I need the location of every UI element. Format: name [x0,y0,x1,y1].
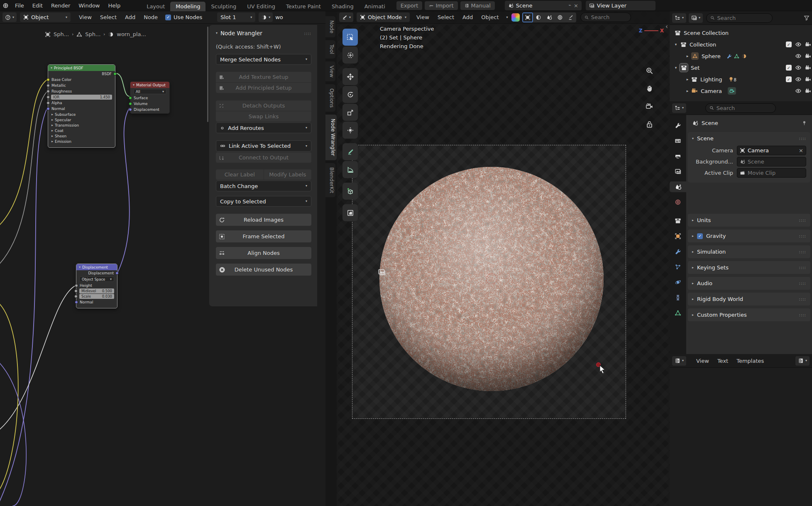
outliner-row-scene-collection[interactable]: Scene Collection [670,27,812,39]
menu-view[interactable]: View [692,358,713,364]
hide-eye-icon[interactable] [795,88,802,94]
menu-file[interactable]: File [11,2,28,9]
modify-labels-button[interactable]: Modify Labels [264,169,312,180]
menu-node[interactable]: Node [139,14,162,20]
ior-slider[interactable]: IOR1.450 [51,95,112,100]
tab-blenderkit[interactable]: BlenderKit [325,163,335,197]
socket-base-color[interactable] [46,78,50,81]
expand-icon[interactable]: ▾ [673,66,679,70]
import-button[interactable]: Import [425,1,457,10]
frame-selected-button[interactable]: Frame Selected [216,230,311,242]
menu-help[interactable]: Help [104,2,125,9]
manual-button[interactable]: Manual [460,1,495,10]
add-reroutes-dropdown[interactable]: Add Reroutes▾ [216,122,311,133]
connect-to-output-button[interactable]: Connect to Output [216,152,311,163]
tab-collection[interactable] [670,215,686,226]
menu-add[interactable]: Add [121,14,139,20]
delete-unused-nodes-button[interactable]: Delete Unused Nodes [216,264,311,276]
clear-label-button[interactable]: Clear Label [216,169,264,180]
swap-links-button[interactable]: Swap Links [216,111,311,122]
close-scene-icon[interactable]: × [574,2,578,9]
output-target-dropdown[interactable]: All▾ [133,89,166,94]
socket-surface[interactable] [129,96,132,100]
display-mode-dropdown[interactable]: ▾ [689,13,703,23]
camera-data-icon[interactable] [729,88,735,94]
tab-modifiers[interactable] [670,246,686,257]
section-gravity[interactable]: ▸✓Gravity:::: [688,230,810,242]
annotate-tool[interactable] [342,143,358,160]
gravity-checkbox[interactable]: ✓ [697,233,703,239]
tab-view[interactable]: View [325,61,335,81]
menu-select[interactable]: Select [96,14,121,20]
node-material-output[interactable]: ▾Material Output All▾ Surface Volume Dis… [130,81,170,114]
breadcrumb-material[interactable]: worn_pla... [117,31,146,37]
add-cube-tool[interactable] [342,183,358,200]
tab-data[interactable] [670,308,686,318]
move-tool[interactable] [342,68,358,85]
camera-view-icon[interactable] [643,100,655,112]
workspace-tab-animation[interactable]: Animati [359,2,391,11]
pin-icon[interactable] [802,120,807,126]
panel-scrollbar[interactable] [207,27,208,122]
camera-datablock-field[interactable]: Camera × [737,146,806,155]
tab-render[interactable] [670,135,686,146]
workspace-tab-sculpting[interactable]: Sculpting [205,2,242,11]
menu-add[interactable]: Add [458,14,477,20]
detach-outputs-button[interactable]: Detach Outputs [216,100,311,111]
object-origin-gizmo[interactable] [486,274,497,284]
material-preview-icon[interactable] [511,13,520,22]
outliner-row-set[interactable]: ▾ Set ✓ [670,62,812,73]
measure-tool[interactable] [342,161,358,178]
background-scene-field[interactable]: Scene [737,157,806,166]
tab-node-wrangler[interactable]: Node Wrangler [325,115,337,160]
editor-type-dropdown[interactable]: ▾ [672,13,686,23]
modifier-wrench-icon[interactable] [726,54,732,59]
viewport-search-input[interactable] [591,14,627,20]
solid-shading-icon[interactable] [533,12,544,22]
rotate-tool[interactable] [342,86,358,103]
material-name-field[interactable]: wo [275,14,283,20]
transform-orientation-chevron-icon[interactable]: ▾ [506,16,508,19]
properties-search[interactable] [705,103,776,113]
socket-scale[interactable] [74,295,78,298]
menu-view[interactable]: View [412,14,433,20]
copy-to-selected-dropdown[interactable]: Copy to Selected▾ [216,196,311,207]
exclude-checkbox[interactable]: ✓ [786,76,792,82]
tab-view-layer[interactable] [670,166,686,177]
disable-render-icon[interactable] [805,65,811,71]
panel-drag-handle-icon[interactable]: :::: [304,31,311,36]
tab-tool[interactable]: Tool [325,40,335,58]
axis-gizmo[interactable]: Z X [639,28,664,34]
section-custom-properties[interactable]: ▸Custom Properties:::: [688,308,810,321]
panel-collapse-icon[interactable]: ▾ [692,137,694,140]
disable-render-icon[interactable] [805,53,811,59]
tab-object[interactable] [670,231,686,242]
viewport-3d[interactable]: ▾ Object Mode▾ View Select Add Object ▾ … [337,11,670,506]
socket-metallic[interactable] [46,84,50,87]
socket-bsdf-output[interactable] [113,72,117,76]
cursor-tool[interactable] [342,46,358,64]
outliner-row-sphere[interactable]: ▸ Sphere [670,50,812,62]
outliner-search[interactable] [706,13,773,23]
use-nodes-checkbox[interactable]: ✓ [165,15,171,20]
tab-physics[interactable] [670,277,686,288]
zoom-icon[interactable] [643,64,655,77]
socket-midlevel[interactable] [74,289,78,293]
tab-tool[interactable] [670,120,686,131]
outliner-row-lighting[interactable]: ▸ Lighting 8 ✓ [670,73,812,85]
slot-dropdown[interactable]: Slot 1▾ [217,12,255,22]
image-empty-icon[interactable] [378,268,386,276]
tab-node[interactable]: Node [325,16,335,37]
displacement-space-dropdown[interactable]: Object Space▾ [79,276,114,282]
select-box-toggle-icon[interactable] [522,12,533,22]
merge-selected-nodes-dropdown[interactable]: Merge Selected Nodes▾ [216,54,311,65]
material-icon[interactable] [741,54,747,59]
socket-displacement-out[interactable] [115,271,119,275]
exclude-checkbox[interactable]: ✓ [786,42,792,47]
active-clip-field[interactable]: Movie Clip [737,168,806,178]
select-box-tool[interactable] [342,29,358,46]
sidebar-collapse-icon[interactable]: ‹ [665,23,668,30]
viewport-search[interactable] [580,12,631,22]
hide-eye-icon[interactable] [795,41,802,48]
clear-camera-icon[interactable]: × [799,147,803,154]
